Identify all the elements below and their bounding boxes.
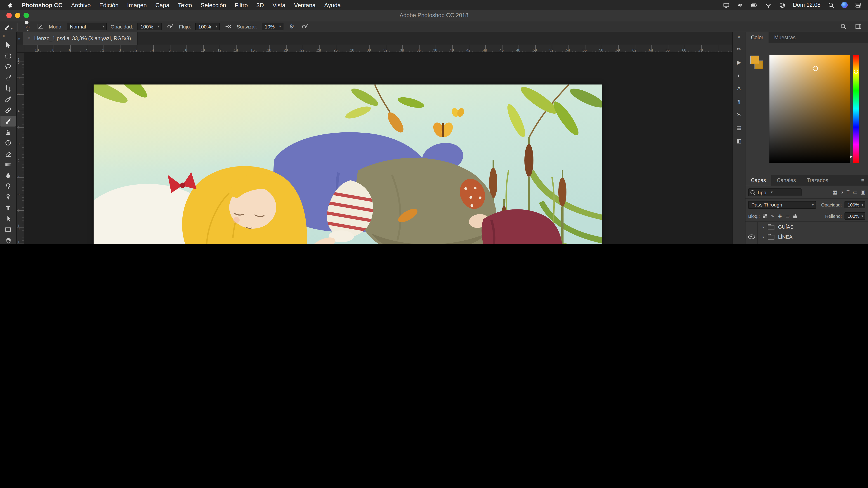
menu-right-icon[interactable] (841, 2, 848, 8)
foreground-color-swatch[interactable] (750, 56, 759, 64)
menu-right-icon[interactable] (855, 1, 862, 8)
close-tab-icon[interactable]: × (27, 35, 31, 41)
tool-button[interactable] (0, 116, 16, 127)
menu-item[interactable]: Ventana (294, 2, 315, 8)
document-tab[interactable]: × Lienzo_1.psd al 33,3% (Xianiyazi, RGB/… (23, 32, 138, 45)
menu-item[interactable]: Filtro (235, 2, 248, 8)
menu-item[interactable]: Edición (99, 2, 119, 8)
toolbar-collapse-chevron[interactable]: » (0, 32, 5, 40)
menu-item[interactable]: Archivo (71, 2, 91, 8)
layer-filter-icon[interactable]: ▦ (833, 189, 837, 195)
tool-preset-picker[interactable]: ▾ (4, 22, 13, 31)
tool-button[interactable] (0, 51, 16, 61)
tool-button[interactable] (0, 192, 16, 202)
menu-item[interactable]: Ayuda (324, 2, 341, 8)
tool-button[interactable] (0, 61, 16, 72)
dock-panel-icon[interactable]: ◐ (733, 69, 745, 82)
toggle-brush-panel-button[interactable] (36, 22, 45, 31)
dock-panel-icon[interactable]: ¶ (733, 95, 745, 108)
layer-filter-icon[interactable]: T (846, 189, 849, 195)
panel-tab[interactable]: Trazados (801, 175, 834, 186)
layers-opacity-select[interactable]: 100% (844, 201, 865, 208)
tool-button[interactable] (0, 148, 16, 159)
close-window-button[interactable] (6, 13, 12, 18)
layer-filter-select[interactable]: Tipo (748, 188, 802, 196)
menu-status-icon[interactable] (737, 1, 744, 8)
layers-blend-mode-select[interactable]: Pass Through (748, 201, 816, 208)
layer-filter-icon[interactable]: ◑ (840, 189, 843, 195)
panel-tab[interactable]: Capas (745, 175, 772, 186)
tool-button[interactable] (0, 170, 16, 181)
tool-button[interactable] (0, 181, 16, 192)
menu-right-icon[interactable] (827, 1, 835, 8)
expand-arrow-icon[interactable] (761, 225, 766, 229)
panel-tab[interactable]: Muestras (769, 32, 801, 43)
fill-select[interactable]: 100% (844, 213, 865, 220)
layer-row[interactable]: COLOR (745, 242, 868, 244)
visibility-toggle[interactable] (745, 232, 758, 242)
panel-tab[interactable]: Color (745, 32, 769, 43)
pressure-size-button[interactable] (301, 22, 309, 31)
dock-panel-icon[interactable]: A (733, 82, 745, 95)
tool-button[interactable] (0, 94, 16, 105)
menu-status-icon[interactable] (723, 1, 730, 8)
dock-panel-icon[interactable]: ◧ (733, 134, 745, 147)
tool-button[interactable] (0, 137, 16, 148)
expand-arrow-icon[interactable] (761, 235, 766, 239)
menu-clock[interactable]: Dom 12:08 (793, 2, 820, 8)
menu-item[interactable]: Texto (178, 2, 192, 8)
visibility-toggle[interactable] (745, 242, 758, 244)
tool-button[interactable] (0, 235, 16, 244)
pressure-opacity-button[interactable] (166, 22, 175, 31)
tool-button[interactable] (0, 83, 16, 94)
airbrush-toggle-button[interactable] (223, 22, 232, 31)
menu-status-icon[interactable] (751, 1, 758, 8)
menu-item[interactable]: Vista (272, 2, 285, 8)
panel-tab[interactable]: Canales (772, 175, 801, 186)
tool-button[interactable] (0, 40, 16, 51)
hue-marker[interactable] (854, 70, 858, 74)
lock-icon[interactable] (794, 215, 797, 218)
dock-panel-icon[interactable]: ▶ (733, 56, 745, 69)
color-picker-marker[interactable] (813, 66, 818, 71)
tool-button[interactable] (0, 159, 16, 170)
tool-button[interactable] (0, 224, 16, 235)
canvas-document[interactable] (94, 85, 602, 244)
layer-filter-icon[interactable]: ▭ (852, 189, 857, 195)
menu-status-icon[interactable] (765, 1, 772, 8)
tab-overflow-chevron[interactable]: » (17, 36, 23, 41)
lock-icon[interactable]: ▭ (785, 214, 790, 219)
flow-select[interactable]: 100% (195, 23, 219, 30)
menu-item[interactable]: 3D (256, 2, 264, 8)
saturation-brightness-field[interactable] (769, 55, 850, 163)
zoom-window-button[interactable] (24, 13, 29, 18)
tool-button[interactable] (0, 202, 16, 213)
dock-panel-icon[interactable]: ▤ (733, 121, 745, 134)
blend-mode-select[interactable]: Normal (67, 23, 106, 30)
smoothing-options-gear-icon[interactable] (287, 22, 296, 31)
tool-button[interactable] (0, 127, 16, 137)
lock-icon[interactable]: ✎ (771, 214, 774, 219)
minimize-window-button[interactable] (15, 13, 20, 18)
lock-icon[interactable]: ✚ (778, 214, 782, 219)
dock-panel-icon[interactable]: ✂ (733, 108, 745, 121)
tool-button[interactable] (0, 72, 16, 83)
layer-row[interactable]: LÍNEA (745, 232, 868, 242)
visibility-toggle[interactable] (745, 222, 758, 232)
menu-status-icon[interactable] (779, 1, 786, 8)
menu-item[interactable]: Selección (201, 2, 226, 8)
dock-collapse-chevron[interactable]: « (738, 32, 740, 42)
menu-item[interactable]: Capa (155, 2, 169, 8)
dock-panel-icon[interactable]: ✑ (733, 42, 745, 56)
opacity-select[interactable]: 100% (137, 23, 162, 30)
tool-button[interactable] (0, 213, 16, 224)
layer-filter-icon[interactable]: ▣ (861, 189, 865, 195)
menu-item[interactable]: Imagen (127, 2, 147, 8)
smoothing-select[interactable]: 10% (261, 23, 283, 30)
lock-icon[interactable] (763, 214, 767, 218)
layer-row[interactable]: GUÍAS (745, 222, 868, 232)
search-icon[interactable] (839, 22, 848, 31)
menu-app-name[interactable]: Photoshop CC (22, 2, 63, 8)
brush-preset-picker[interactable]: 128 (22, 20, 32, 33)
panel-menu-icon[interactable]: ≡ (861, 177, 868, 184)
